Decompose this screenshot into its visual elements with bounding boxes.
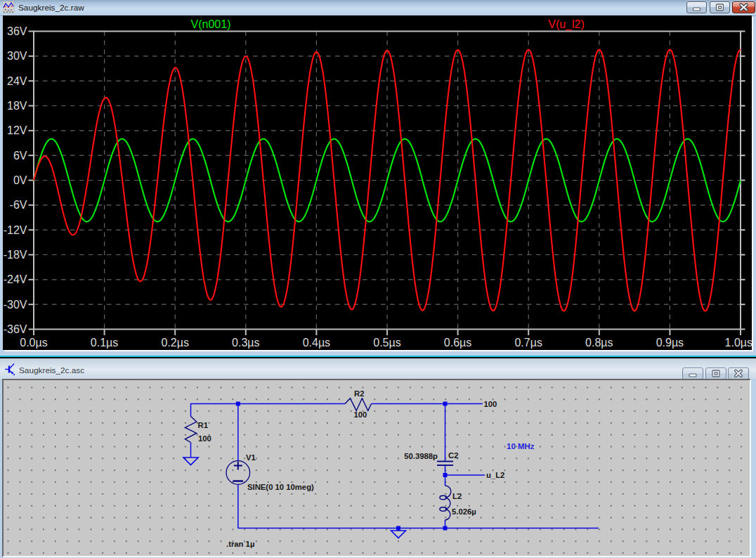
label-v1-name[interactable]: V1 (246, 453, 256, 462)
x-axis-label: 0.6µs (444, 337, 471, 349)
schematic-icon (4, 363, 15, 375)
schematic-canvas[interactable]: R1 100 V1 SINE(0 10 10meg) R2 100 50.398… (2, 379, 751, 557)
label-l2-name[interactable]: L2 (452, 492, 462, 500)
junction-dot (443, 526, 448, 531)
x-axis-label: 0.1µs (91, 337, 118, 349)
close-button[interactable] (732, 1, 755, 13)
junction-dot (396, 526, 400, 531)
maximize-button-schematic[interactable] (705, 368, 726, 379)
y-axis-label: 24V (7, 75, 27, 87)
minimize-button-schematic[interactable] (682, 368, 703, 379)
x-axis-label: 0.9µs (656, 337, 684, 349)
trace-legend-vn001[interactable]: V(n001) (191, 18, 231, 30)
x-axis-label: 1.0µs (725, 337, 752, 349)
y-axis-label: -36V (4, 323, 27, 335)
y-axis-label: 12V (7, 124, 27, 136)
window-waveform: Saugkreis_2c.raw (0, 0, 756, 356)
label-r2-name[interactable]: R2 (354, 389, 364, 398)
net-label-ul2[interactable]: u_L2 (486, 471, 504, 479)
x-axis-label: 0.0µs (20, 337, 47, 349)
minimize-button[interactable] (686, 1, 707, 13)
window-schematic: Saugkreis_2c.asc (0, 356, 756, 558)
junction-dot (443, 402, 448, 406)
y-axis-label: 30V (7, 50, 27, 62)
y-axis-label: 18V (7, 100, 27, 112)
label-v1-value[interactable]: SINE(0 10 10meg) (247, 483, 314, 491)
waveform-plot-area[interactable]: 36V30V24V18V12V6V0V-6V-12V-18V-24V-30V-3… (3, 15, 752, 350)
trace-legend-vul2[interactable]: V(u_l2) (548, 18, 585, 31)
label-c2-value[interactable]: 50.3988p (404, 452, 438, 460)
x-axis-label: 0.2µs (161, 337, 188, 349)
y-axis-label: 6V (13, 150, 27, 162)
close-button-schematic[interactable] (728, 368, 749, 379)
schematic-grid-dots (4, 380, 750, 556)
x-axis-label: 0.3µs (232, 337, 259, 349)
junction-dot (443, 473, 448, 477)
titlebar-schematic[interactable]: Saugkreis_2c.asc (0, 358, 756, 379)
y-axis-label: -6V (10, 199, 27, 211)
waveform-icon (3, 1, 15, 13)
ltspice-desktop: Saugkreis_2c.raw (0, 0, 756, 558)
label-r1-value[interactable]: 100 (198, 434, 211, 443)
x-axis-label: 0.8µs (585, 337, 613, 349)
comment-text[interactable]: 10 MHz (507, 442, 535, 450)
junction-dot (236, 402, 240, 406)
net-label-100[interactable]: 100 (484, 400, 497, 408)
x-axis-label: 0.5µs (373, 337, 400, 349)
label-l2-value[interactable]: 5.026µ (452, 507, 476, 516)
y-axis-label: 0V (13, 174, 27, 186)
x-axis-label: 0.4µs (303, 337, 330, 349)
y-axis-label: -30V (4, 299, 27, 311)
window-title-schematic: Saugkreis_2c.asc (19, 365, 84, 375)
label-r2-value[interactable]: 100 (354, 410, 367, 419)
window-title-waveform: Saugkreis_2c.raw (18, 3, 84, 13)
y-axis-label: -24V (4, 273, 27, 285)
maximize-button[interactable] (710, 1, 730, 13)
y-axis-label: 36V (7, 25, 27, 37)
y-axis-label: -18V (4, 249, 27, 261)
y-axis-label: -12V (4, 224, 27, 236)
titlebar-waveform[interactable]: Saugkreis_2c.raw (0, 0, 756, 16)
x-axis-label: 0.7µs (514, 337, 542, 349)
label-c2-name[interactable]: C2 (448, 451, 458, 460)
label-r1-name[interactable]: R1 (198, 421, 208, 429)
spice-directive[interactable]: .tran 1µ (226, 540, 254, 548)
